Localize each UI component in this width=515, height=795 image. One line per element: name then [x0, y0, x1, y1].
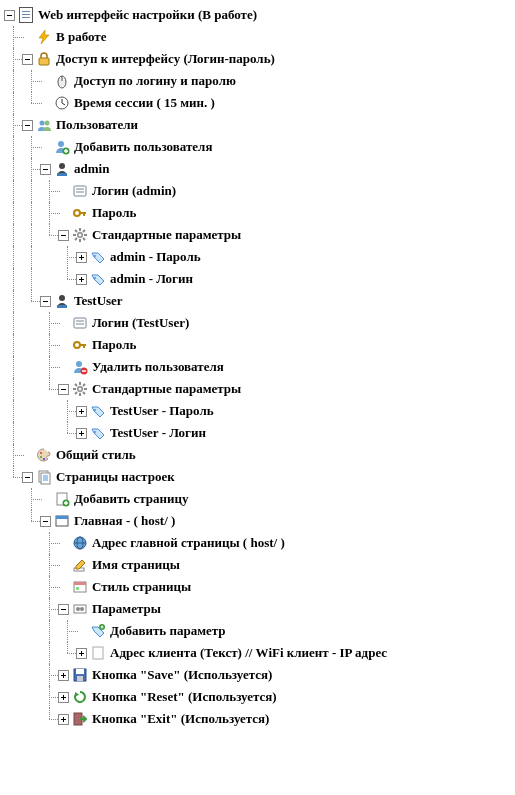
- tree-node-admin-std[interactable]: Стандартные параметры: [4, 224, 515, 246]
- tree-node-btn-reset[interactable]: Кнопка "Reset" (Используется): [4, 686, 515, 708]
- tree-node-access[interactable]: Доступ к интерфейсу (Логин-пароль): [4, 48, 515, 70]
- tree-node-label: Кнопка "Exit" (Используется): [92, 708, 269, 730]
- collapse-icon[interactable]: [58, 230, 69, 241]
- tree-node-label: admin - Логин: [110, 268, 193, 290]
- expand-icon[interactable]: [76, 274, 87, 285]
- tree-node-label: admin - Пароль: [110, 246, 201, 268]
- tree-node-admin[interactable]: admin: [4, 158, 515, 180]
- tree-node-btn-exit[interactable]: Кнопка "Exit" (Используется): [4, 708, 515, 730]
- gear-icon: [72, 227, 88, 243]
- tree-node-main-style[interactable]: Стиль страницы: [4, 576, 515, 598]
- tree-node-main-page[interactable]: Главная - ( host/ ): [4, 510, 515, 532]
- collapse-icon[interactable]: [4, 10, 15, 21]
- tree-node-admin-login[interactable]: Логин (admin): [4, 180, 515, 202]
- users-icon: [36, 117, 52, 133]
- tree-node-label: Время сессии ( 15 мин. ): [74, 92, 215, 114]
- tree-node-admin-std-login[interactable]: admin - Логин: [4, 268, 515, 290]
- tree-node-add-page[interactable]: Добавить страницу: [4, 488, 515, 510]
- tree-node-users[interactable]: Пользователи: [4, 114, 515, 136]
- tree-node-label: Удалить пользователя: [92, 356, 224, 378]
- tree-node-label: Кнопка "Reset" (Используется): [92, 686, 277, 708]
- tag-icon: [90, 425, 106, 441]
- tree-node-label: Адрес клиента (Текст) // WiFi клиент - I…: [110, 642, 387, 664]
- collapse-icon[interactable]: [22, 120, 33, 131]
- tree-node-access-login[interactable]: Доступ по логину и паролю: [4, 70, 515, 92]
- bolt-icon: [36, 29, 52, 45]
- tree-node-label: Имя страницы: [92, 554, 180, 576]
- expand-icon[interactable]: [76, 252, 87, 263]
- collapse-icon[interactable]: [22, 54, 33, 65]
- page-icon: [18, 7, 34, 23]
- tree-node-root[interactable]: Web интерфейс настройки (В работе): [4, 4, 515, 26]
- tree-node-add-user[interactable]: Добавить пользователя: [4, 136, 515, 158]
- tree-node-status[interactable]: В работе: [4, 26, 515, 48]
- tag-icon: [90, 403, 106, 419]
- tree-node-testuser-std-login[interactable]: TestUser - Логин: [4, 422, 515, 444]
- settings-tree[interactable]: Web интерфейс настройки (В работе)В рабо…: [4, 4, 515, 730]
- tree-node-label: Параметры: [92, 598, 161, 620]
- tree-node-add-param[interactable]: Добавить параметр: [4, 620, 515, 642]
- form-icon: [72, 315, 88, 331]
- tree-node-style[interactable]: Общий стиль: [4, 444, 515, 466]
- tree-node-label: Главная - ( host/ ): [74, 510, 175, 532]
- tree-node-client-addr[interactable]: Адрес клиента (Текст) // WiFi клиент - I…: [4, 642, 515, 664]
- tree-node-label: Пароль: [92, 334, 136, 356]
- tree-node-label: Доступ по логину и паролю: [74, 70, 236, 92]
- expand-icon[interactable]: [58, 670, 69, 681]
- tree-node-label: В работе: [56, 26, 106, 48]
- expand-icon[interactable]: [58, 692, 69, 703]
- expand-icon[interactable]: [58, 714, 69, 725]
- tree-node-label: admin: [74, 158, 109, 180]
- tree-node-testuser-login[interactable]: Логин (TestUser): [4, 312, 515, 334]
- user-add-icon: [54, 139, 70, 155]
- tree-node-main-params[interactable]: Параметры: [4, 598, 515, 620]
- tree-node-btn-save[interactable]: Кнопка "Save" (Используется): [4, 664, 515, 686]
- tree-node-main-addr[interactable]: Адрес главной страницы ( host/ ): [4, 532, 515, 554]
- collapse-icon[interactable]: [40, 296, 51, 307]
- tree-node-testuser-del[interactable]: Удалить пользователя: [4, 356, 515, 378]
- tree-node-label: TestUser - Логин: [110, 422, 206, 444]
- expand-icon[interactable]: [76, 648, 87, 659]
- collapse-icon[interactable]: [58, 604, 69, 615]
- globe-icon: [72, 535, 88, 551]
- user-del-icon: [72, 359, 88, 375]
- exit-icon: [72, 711, 88, 727]
- user-icon: [54, 293, 70, 309]
- params-icon: [72, 601, 88, 617]
- tree-node-label: Добавить пользователя: [74, 136, 212, 158]
- tree-node-label: Стиль страницы: [92, 576, 191, 598]
- tree-node-label: TestUser: [74, 290, 123, 312]
- tag-add-icon: [90, 623, 106, 639]
- tree-node-testuser-std[interactable]: Стандартные параметры: [4, 378, 515, 400]
- tree-node-testuser-pass[interactable]: Пароль: [4, 334, 515, 356]
- clock-icon: [54, 95, 70, 111]
- tree-node-label: Логин (admin): [92, 180, 176, 202]
- tree-node-testuser[interactable]: TestUser: [4, 290, 515, 312]
- collapse-icon[interactable]: [40, 516, 51, 527]
- pages-icon: [36, 469, 52, 485]
- tree-node-label: Страницы настроек: [56, 466, 175, 488]
- tree-node-testuser-std-pass[interactable]: TestUser - Пароль: [4, 400, 515, 422]
- tree-node-pages[interactable]: Страницы настроек: [4, 466, 515, 488]
- collapse-icon[interactable]: [58, 384, 69, 395]
- tree-node-label: Добавить страницу: [74, 488, 188, 510]
- tree-node-label: Web интерфейс настройки (В работе): [38, 4, 257, 26]
- tree-node-label: Адрес главной страницы ( host/ ): [92, 532, 285, 554]
- expand-icon[interactable]: [76, 428, 87, 439]
- style-icon: [72, 579, 88, 595]
- tree-node-label: Кнопка "Save" (Используется): [92, 664, 272, 686]
- tree-node-admin-pass[interactable]: Пароль: [4, 202, 515, 224]
- key-icon: [72, 337, 88, 353]
- tree-node-admin-std-pass[interactable]: admin - Пароль: [4, 246, 515, 268]
- tag-icon: [90, 249, 106, 265]
- collapse-icon[interactable]: [22, 472, 33, 483]
- save-icon: [72, 667, 88, 683]
- collapse-icon[interactable]: [40, 164, 51, 175]
- pencil-icon: [72, 557, 88, 573]
- expand-icon[interactable]: [76, 406, 87, 417]
- tree-node-main-name[interactable]: Имя страницы: [4, 554, 515, 576]
- tree-node-label: Логин (TestUser): [92, 312, 189, 334]
- tree-node-session[interactable]: Время сессии ( 15 мин. ): [4, 92, 515, 114]
- tree-node-label: Пользователи: [56, 114, 138, 136]
- tree-node-label: Пароль: [92, 202, 136, 224]
